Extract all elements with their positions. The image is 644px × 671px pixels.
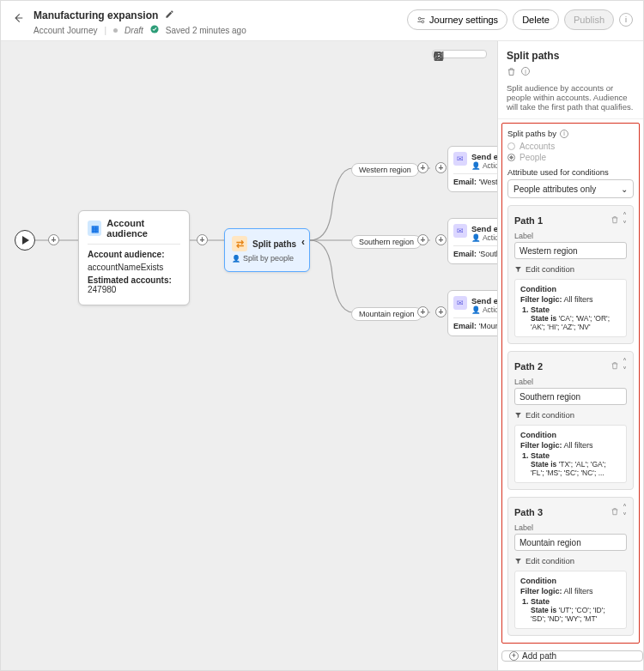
start-node[interactable] [15, 230, 35, 251]
path-card-1: Path 1˄˅LabelWestern region Edit conditi… [507, 205, 634, 344]
split-by-label: Split paths byi [507, 129, 634, 138]
svg-point-1 [418, 17, 421, 20]
properties-panel: Split paths i Split audience by accounts… [497, 41, 643, 671]
move-down-icon[interactable]: ˅ [623, 512, 627, 521]
saved-check-icon [150, 25, 159, 35]
back-button[interactable] [11, 11, 25, 25]
delete-path-icon[interactable] [611, 215, 619, 226]
action-icon: ✉ [453, 224, 467, 238]
edit-condition-link[interactable]: Edit condition [514, 410, 627, 420]
canvas-toolbar [432, 50, 487, 58]
plus-icon: + [509, 651, 519, 661]
journey-canvas[interactable]: + ▦Account audience Account audience: ac… [1, 41, 497, 671]
condition-box: ConditionFilter logic: All filtersStateS… [514, 279, 627, 337]
add-node-branch-3b[interactable]: + [435, 306, 447, 317]
condition-box: ConditionFilter logic: All filtersStateS… [514, 425, 627, 483]
delete-path-icon[interactable] [611, 361, 619, 372]
add-node-branch-3[interactable]: + [417, 306, 428, 317]
split-paths-node[interactable]: ⇄Split paths 👤Split by people ‹ [224, 228, 310, 272]
panel-description: Split audience by accounts or people wit… [498, 83, 643, 119]
add-node-before-audience[interactable]: + [48, 234, 59, 245]
branch-label-mountain[interactable]: Mountain region [351, 307, 422, 321]
chevron-down-icon: ⌄ [621, 184, 628, 194]
path-title: Path 3 [514, 507, 543, 517]
label-label: Label [514, 523, 627, 532]
send-email-node-2[interactable]: ✉Send ema👤 Action c Email: 'Southern sch… [447, 218, 497, 264]
add-node-branch-2[interactable]: + [417, 234, 428, 245]
condition-box: ConditionFilter logic: All filtersStateS… [514, 571, 627, 629]
delete-path-icon[interactable] [611, 507, 619, 517]
status-dot [113, 28, 118, 33]
add-node-branch-1b[interactable]: + [435, 162, 447, 173]
app-header: Manufacturing expansion Account Journey … [1, 1, 643, 41]
edit-condition-link[interactable]: Edit condition [514, 264, 627, 274]
delete-node-icon[interactable] [507, 67, 516, 78]
panel-info-icon[interactable]: i [521, 67, 530, 76]
svg-point-2 [422, 20, 424, 22]
saved-text: Saved 2 minutes ago [166, 26, 246, 35]
path-card-3: Path 3˄˅LabelMountain region Edit condit… [507, 497, 634, 636]
add-node-branch-1[interactable]: + [417, 162, 428, 173]
path-label-input[interactable]: Western region [514, 242, 627, 259]
status-text: Draft [125, 26, 143, 35]
delete-button[interactable]: Delete [513, 9, 559, 30]
move-down-icon[interactable]: ˅ [623, 221, 627, 229]
action-icon: ✉ [453, 152, 467, 166]
add-node-after-audience[interactable]: + [197, 234, 208, 245]
audience-icon: ▦ [88, 221, 101, 236]
add-path-button[interactable]: + Add path [501, 650, 643, 662]
label-label: Label [514, 378, 627, 386]
edit-title-icon[interactable] [165, 9, 174, 21]
journey-type: Account Journey [33, 26, 98, 35]
help-icon[interactable]: i [619, 13, 633, 27]
attribute-select[interactable]: People attributes only⌄ [507, 179, 634, 198]
radio-accounts: Accounts [507, 142, 634, 151]
panel-title: Split paths [498, 41, 643, 67]
split-by-info-icon[interactable]: i [560, 130, 568, 138]
path-label-input[interactable]: Southern region [514, 388, 627, 405]
publish-button: Publish [564, 9, 614, 30]
move-down-icon[interactable]: ˅ [623, 366, 627, 375]
path-card-2: Path 2˄˅LabelSouthern region Edit condit… [507, 351, 634, 490]
journey-settings-button[interactable]: Journey settings [407, 9, 507, 30]
send-email-node-1[interactable]: ✉Send ema👤 Action c Email: 'Western e [447, 146, 497, 192]
path-title: Path 2 [514, 361, 543, 372]
branch-label-southern[interactable]: Southern region [351, 235, 422, 249]
collapse-node-icon[interactable]: ‹ [301, 236, 305, 248]
split-icon: ⇄ [232, 236, 247, 251]
account-audience-node[interactable]: ▦Account audience Account audience: acco… [78, 210, 190, 305]
action-icon: ✉ [453, 296, 467, 310]
path-title: Path 1 [514, 215, 543, 226]
journey-title: Manufacturing expansion [33, 9, 158, 21]
radio-people: People [507, 153, 634, 162]
attribute-label: Attribute used for conditions [507, 167, 634, 177]
path-label-input[interactable]: Mountain region [514, 534, 627, 551]
branch-label-western[interactable]: Western region [351, 163, 419, 177]
add-node-branch-2b[interactable]: + [435, 234, 447, 245]
send-email-node-3[interactable]: ✉Send ema👤 Action c Email: 'Mountain sch… [447, 290, 497, 336]
label-label: Label [514, 232, 627, 240]
edit-condition-link[interactable]: Edit condition [514, 556, 627, 565]
